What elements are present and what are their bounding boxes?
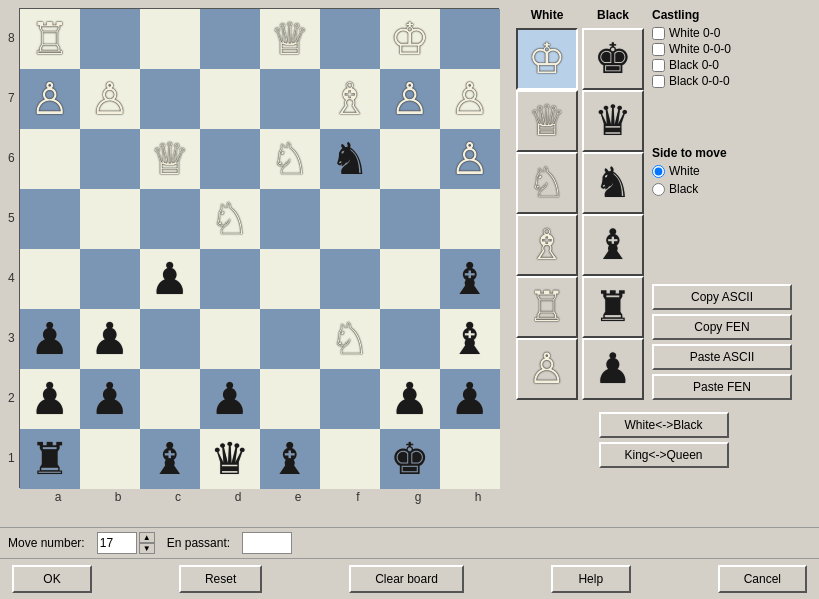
move-number-input[interactable]: [97, 532, 137, 554]
cell[interactable]: ♘: [320, 309, 380, 369]
cell[interactable]: [440, 189, 500, 249]
cell[interactable]: [380, 189, 440, 249]
piece-btn-black-bR[interactable]: ♜: [582, 276, 644, 338]
castling-black-00-checkbox[interactable]: [652, 59, 665, 72]
cell[interactable]: [200, 129, 260, 189]
cell[interactable]: ♚: [380, 429, 440, 489]
cell[interactable]: ♝: [440, 309, 500, 369]
cell[interactable]: [320, 9, 380, 69]
white-black-swap-button[interactable]: White<->Black: [599, 412, 729, 438]
cell[interactable]: ♟: [380, 369, 440, 429]
cell[interactable]: ♘: [200, 189, 260, 249]
cell[interactable]: [380, 309, 440, 369]
copy-ascii-button[interactable]: Copy ASCII: [652, 284, 792, 310]
cell[interactable]: [320, 249, 380, 309]
cell[interactable]: ♟: [140, 249, 200, 309]
castling-black-00[interactable]: Black 0-0: [652, 58, 792, 72]
cell[interactable]: ♟: [20, 309, 80, 369]
castling-white-00[interactable]: White 0-0: [652, 26, 792, 40]
cell[interactable]: [320, 189, 380, 249]
cell[interactable]: [200, 249, 260, 309]
cell[interactable]: [80, 429, 140, 489]
cell[interactable]: ♙: [440, 129, 500, 189]
cell[interactable]: ♔: [380, 9, 440, 69]
cell[interactable]: ♕: [260, 9, 320, 69]
cell[interactable]: [80, 249, 140, 309]
cell[interactable]: [200, 69, 260, 129]
piece-btn-white-wB[interactable]: ♗: [516, 214, 578, 276]
castling-black-000[interactable]: Black 0-0-0: [652, 74, 792, 88]
cell[interactable]: ♟: [200, 369, 260, 429]
spin-down-button[interactable]: ▼: [139, 543, 155, 554]
spin-up-button[interactable]: ▲: [139, 532, 155, 543]
piece-btn-black-bB[interactable]: ♝: [582, 214, 644, 276]
cell[interactable]: ♕: [140, 129, 200, 189]
en-passant-input[interactable]: [242, 532, 292, 554]
cell[interactable]: ♜: [20, 429, 80, 489]
cell[interactable]: [140, 309, 200, 369]
cell[interactable]: [140, 9, 200, 69]
cell[interactable]: ♟: [20, 369, 80, 429]
piece-btn-white-wK[interactable]: ♔: [516, 28, 578, 90]
king-queen-swap-button[interactable]: King<->Queen: [599, 442, 729, 468]
piece-btn-black-bP[interactable]: ♟: [582, 338, 644, 400]
cell[interactable]: [260, 249, 320, 309]
cell[interactable]: ♝: [440, 249, 500, 309]
cell[interactable]: [380, 249, 440, 309]
cell[interactable]: [260, 189, 320, 249]
cell[interactable]: [80, 9, 140, 69]
cell[interactable]: [140, 189, 200, 249]
move-number-group[interactable]: ▲ ▼: [97, 532, 155, 554]
piece-btn-white-wP[interactable]: ♙: [516, 338, 578, 400]
clear-board-button[interactable]: Clear board: [349, 565, 464, 593]
chess-board[interactable]: ♖♕♔♙♙♗♙♙♕♘♞♙♘♟♝♟♟♘♝♟♟♟♟♟♜♝♛♝♚: [19, 8, 499, 488]
cell[interactable]: [320, 429, 380, 489]
piece-btn-white-wN[interactable]: ♘: [516, 152, 578, 214]
cell[interactable]: ♖: [20, 9, 80, 69]
cell[interactable]: ♗: [320, 69, 380, 129]
cell[interactable]: [200, 9, 260, 69]
side-white-radio[interactable]: [652, 165, 665, 178]
cell[interactable]: [20, 249, 80, 309]
cell[interactable]: [200, 309, 260, 369]
copy-fen-button[interactable]: Copy FEN: [652, 314, 792, 340]
castling-white-00-checkbox[interactable]: [652, 27, 665, 40]
cell[interactable]: [260, 69, 320, 129]
piece-btn-white-wR[interactable]: ♖: [516, 276, 578, 338]
cell[interactable]: ♝: [140, 429, 200, 489]
cell[interactable]: [140, 369, 200, 429]
cell[interactable]: ♞: [320, 129, 380, 189]
cell[interactable]: [20, 189, 80, 249]
cell[interactable]: ♙: [380, 69, 440, 129]
reset-button[interactable]: Reset: [179, 565, 262, 593]
cell[interactable]: ♙: [20, 69, 80, 129]
cell[interactable]: [260, 369, 320, 429]
ok-button[interactable]: OK: [12, 565, 92, 593]
cell[interactable]: ♟: [80, 309, 140, 369]
cell[interactable]: ♙: [80, 69, 140, 129]
help-button[interactable]: Help: [551, 565, 631, 593]
cancel-button[interactable]: Cancel: [718, 565, 807, 593]
cell[interactable]: ♘: [260, 129, 320, 189]
castling-white-000[interactable]: White 0-0-0: [652, 42, 792, 56]
piece-btn-black-bN[interactable]: ♞: [582, 152, 644, 214]
piece-btn-black-bQ[interactable]: ♛: [582, 90, 644, 152]
paste-ascii-button[interactable]: Paste ASCII: [652, 344, 792, 370]
move-number-spin[interactable]: ▲ ▼: [139, 532, 155, 554]
cell[interactable]: [260, 309, 320, 369]
cell[interactable]: [440, 429, 500, 489]
cell[interactable]: [80, 129, 140, 189]
side-black-radio-row[interactable]: Black: [652, 182, 792, 196]
side-black-radio[interactable]: [652, 183, 665, 196]
cell[interactable]: [140, 69, 200, 129]
cell[interactable]: [440, 9, 500, 69]
cell[interactable]: ♟: [80, 369, 140, 429]
cell[interactable]: [20, 129, 80, 189]
side-white-radio-row[interactable]: White: [652, 164, 792, 178]
castling-white-000-checkbox[interactable]: [652, 43, 665, 56]
cell[interactable]: ♛: [200, 429, 260, 489]
cell[interactable]: ♝: [260, 429, 320, 489]
paste-fen-button[interactable]: Paste FEN: [652, 374, 792, 400]
cell[interactable]: ♙: [440, 69, 500, 129]
piece-btn-black-bK[interactable]: ♚: [582, 28, 644, 90]
